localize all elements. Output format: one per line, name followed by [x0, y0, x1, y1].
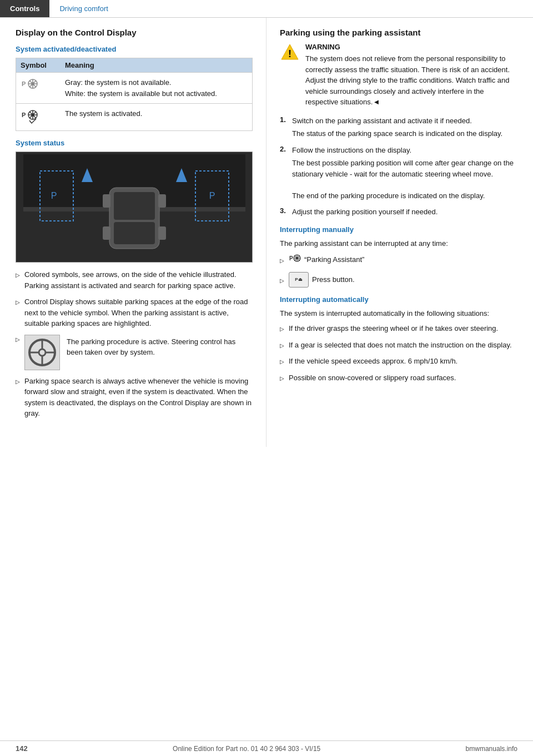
tab-driving-comfort[interactable]: Driving comfort: [49, 0, 118, 17]
main-content: Display on the Control Display System ac…: [0, 18, 533, 447]
svg-text:P: P: [22, 80, 26, 87]
col-symbol: Symbol: [21, 61, 65, 69]
left-section-title: Display on the Control Display: [16, 28, 253, 37]
car-display-svg: P P: [23, 154, 245, 260]
bullet-text: If the vehicle speed exceeds approx. 6 m…: [289, 356, 457, 367]
svg-rect-18: [114, 192, 155, 220]
right-column: Parking using the parking assistant ! WA…: [266, 18, 533, 447]
footer-site: bmwmanuals.info: [466, 745, 517, 753]
bullet-text: Possible on snow-covered or slippery roa…: [289, 372, 456, 384]
bullet-marker: ▷: [16, 298, 20, 306]
bullet-item: ▷ If the driver grasps the steering whee…: [280, 323, 517, 334]
bullet-item: ▷ Parking space search is always active …: [16, 376, 253, 419]
svg-rect-21: [158, 194, 166, 208]
step-number: 2.: [280, 145, 292, 153]
interrupting-auto-bullets: ▷ If the driver grasps the steering whee…: [280, 323, 517, 383]
step-1: 1. Switch on the parking assistant and a…: [280, 115, 517, 139]
bullet-marker: ▷: [280, 325, 284, 333]
step-content: Follow the instructions on the display. …: [292, 145, 517, 201]
step-number: 1.: [280, 115, 292, 124]
bullet-text: “Parking Assistant”: [304, 254, 364, 265]
bullet-text: If the driver grasps the steering wheel …: [289, 323, 498, 334]
bullet-text: Press button.: [312, 274, 355, 285]
p-gear-inline-icon: P: [289, 253, 301, 263]
bullet-text: Colored symbols, see arrows, on the side…: [24, 269, 253, 291]
subsection-interrupting-manually: Interrupting manually: [280, 225, 517, 234]
step-3: 3. Adjust the parking position yourself …: [280, 206, 517, 218]
bullet-marker: ▷: [16, 271, 20, 279]
step-main: Follow the instructions on the display.: [292, 146, 411, 154]
symbol-cell: P: [21, 108, 65, 126]
warning-title: WARNING: [305, 43, 517, 51]
svg-text:P: P: [289, 255, 293, 261]
subsection-activated: System activated/deactivated: [16, 45, 253, 53]
press-button-icon: P⏏: [289, 272, 309, 288]
svg-rect-20: [103, 194, 110, 208]
steering-wheel-icon: [28, 338, 57, 367]
svg-text:P: P: [51, 191, 57, 200]
svg-rect-19: [114, 222, 155, 244]
step-2: 2. Follow the instructions on the displa…: [280, 145, 517, 201]
bullet-marker: ▷: [280, 374, 284, 382]
warning-text: The system does not relieve from the per…: [305, 53, 517, 108]
step-content: Adjust the parking position yourself if …: [292, 206, 438, 218]
table-row: P Gray: the system is not available. Whi…: [16, 72, 252, 103]
footer-copyright: Online Edition for Part no. 01 40 2 964 …: [173, 745, 320, 753]
p-gear-white-icon: P: [21, 109, 41, 126]
bullet-item: ▷ P “Parking Assistant”: [280, 253, 517, 266]
warning-svg: !: [280, 43, 300, 63]
step-sub: The status of the parking space search i…: [292, 128, 502, 139]
bullet-item: ▷ P⏏ Press button.: [280, 272, 517, 288]
page-header: Controls Driving comfort: [0, 0, 533, 18]
bullet-text: Control Display shows suitable parking s…: [24, 296, 253, 329]
col-meaning: Meaning: [65, 61, 248, 69]
warning-content: WARNING The system does not relieve from…: [305, 43, 517, 108]
symbol-table: Symbol Meaning P Gray:: [16, 58, 253, 131]
bullet-item: ▷ If a gear is selected that does not ma…: [280, 340, 517, 351]
page-footer: 142 Online Edition for Part no. 01 40 2 …: [0, 740, 533, 756]
interrupting-manually-text: The parking assistant can be interrupted…: [280, 238, 517, 249]
bullet-marker: ▷: [16, 377, 20, 386]
bullet-item: ▷ Control Display shows suitable parking…: [16, 296, 253, 329]
svg-text:P: P: [209, 191, 215, 200]
step-sub: The best possible parking position will …: [292, 158, 517, 201]
status-bullets: ▷ Colored symbols, see arrows, on the si…: [16, 269, 253, 419]
bullet-marker: ▷: [16, 336, 20, 342]
page-number: 142: [16, 744, 28, 753]
step-main: Switch on the parking assistant and acti…: [292, 117, 472, 125]
step-main: Adjust the parking position yourself if …: [292, 208, 438, 216]
symbol-cell: P: [21, 77, 65, 95]
table-header: Symbol Meaning: [16, 58, 252, 72]
parking-assistant-icon: P: [289, 253, 301, 266]
bullet-text: If a gear is selected that does not matc…: [289, 340, 512, 351]
bullet-marker: ▷: [280, 341, 284, 350]
warning-box: ! WARNING The system does not relieve fr…: [280, 43, 517, 108]
bullet-text: Parking space search is always active wh…: [24, 376, 253, 419]
bullet-item: ▷ If the vehicle speed exceeds approx. 6…: [280, 356, 517, 367]
meaning-cell-2: The system is activated.: [65, 108, 248, 119]
svg-rect-23: [158, 226, 166, 240]
left-column: Display on the Control Display System ac…: [0, 18, 266, 447]
bullet-marker: ▷: [280, 276, 284, 285]
bullet-text: The parking procedure is active. Steerin…: [67, 336, 253, 358]
bullet-item: ▷ Colored symbols, see arrows, on the si…: [16, 269, 253, 291]
subsection-status: System status: [16, 139, 253, 147]
bullet-marker: ▷: [280, 256, 284, 265]
p-gear-gray-icon: P: [21, 78, 41, 95]
step-content: Switch on the parking assistant and acti…: [292, 115, 502, 139]
bullet-item: ▷ Possible on snow-covered or slippery r…: [280, 372, 517, 384]
svg-text:P: P: [22, 112, 26, 118]
svg-rect-22: [103, 226, 110, 240]
svg-point-31: [39, 349, 46, 356]
interrupting-automatically-text: The system is interrupted automatically …: [280, 308, 517, 319]
warning-triangle-icon: !: [280, 43, 300, 63]
bullet-item-with-img: ▷ The parking procedure is active. Steer…: [16, 335, 253, 370]
system-status-image: P P: [16, 152, 253, 263]
tab-controls[interactable]: Controls: [0, 0, 49, 17]
svg-text:!: !: [288, 48, 291, 59]
meaning-cell-1: Gray: the system is not available. White…: [65, 77, 248, 99]
interrupting-manually-bullets: ▷ P “Parking Assistant” ▷ P⏏: [280, 253, 517, 288]
step-number: 3.: [280, 206, 292, 215]
subsection-interrupting-automatically: Interrupting automatically: [280, 295, 517, 304]
steering-wheel-image: [24, 335, 60, 370]
